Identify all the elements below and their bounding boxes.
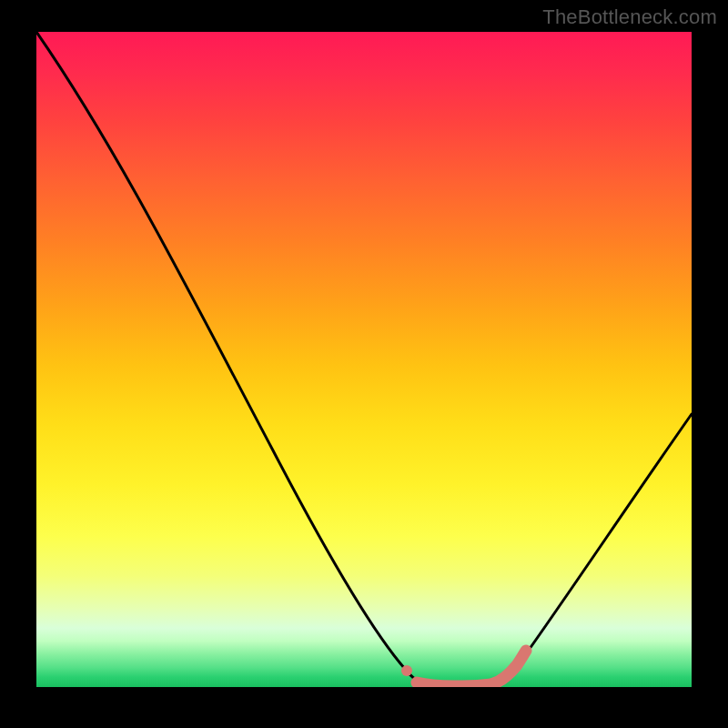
optimal-range-right-line: [493, 651, 526, 683]
optimal-range-line: [417, 682, 491, 686]
optimal-marker-icon: [401, 665, 412, 676]
plot-area: [36, 32, 692, 687]
bottleneck-curve-line: [36, 32, 692, 686]
watermark-text: TheBottleneck.com: [542, 5, 717, 29]
chart-container: TheBottleneck.com: [0, 0, 728, 728]
curve-layer: [36, 32, 692, 687]
